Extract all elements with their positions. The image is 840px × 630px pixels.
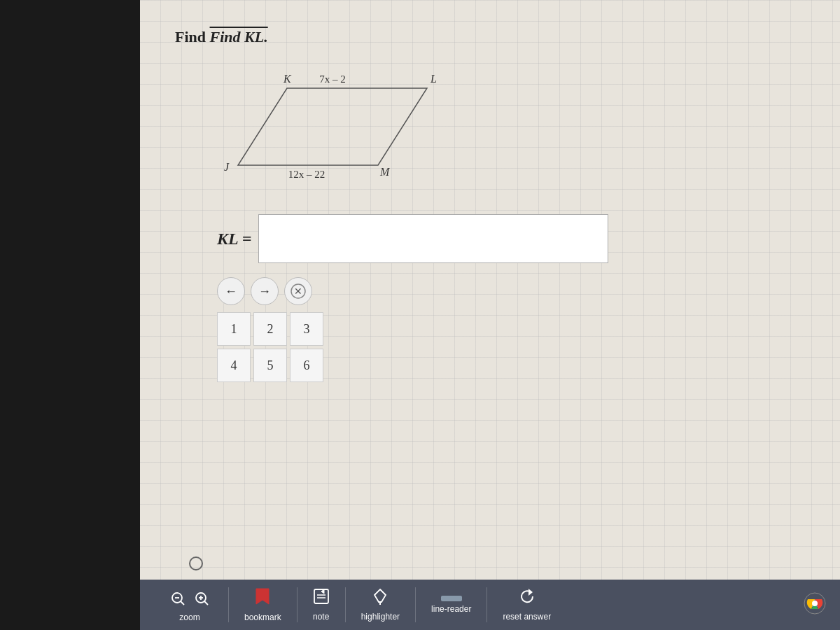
forward-button[interactable]: → <box>251 277 279 305</box>
note-tool[interactable]: note <box>300 588 342 622</box>
reset-answer-tool[interactable]: reset answer <box>490 588 564 622</box>
answer-section: KL = <box>217 214 805 263</box>
numpad-6[interactable]: 6 <box>290 349 323 382</box>
note-label: note <box>313 612 329 622</box>
parallelogram-diagram: K L J M 7x – 2 12x – 22 <box>217 67 455 193</box>
svg-text:✕: ✕ <box>294 286 302 297</box>
vertex-j-label: J <box>224 161 230 173</box>
note-icon <box>313 588 330 609</box>
bottom-circle-indicator <box>189 556 203 570</box>
bookmark-tool[interactable]: bookmark <box>232 587 294 622</box>
divider-5 <box>486 587 487 622</box>
answer-label: KL = <box>217 230 251 248</box>
delete-button[interactable]: ✕ <box>284 277 312 305</box>
divider-2 <box>297 587 298 622</box>
svg-marker-16 <box>528 589 533 596</box>
svg-marker-0 <box>238 88 427 165</box>
numpad-5[interactable]: 5 <box>253 349 287 382</box>
top-side-label: 7x – 2 <box>319 74 346 85</box>
bookmark-label: bookmark <box>244 612 281 622</box>
zoom-in-button[interactable] <box>190 587 213 610</box>
numpad-3[interactable]: 3 <box>290 312 323 346</box>
zoom-tool[interactable]: zoom <box>154 587 225 622</box>
highlighter-label: highlighter <box>361 612 400 622</box>
bottom-side-label: 12x – 22 <box>288 169 326 180</box>
line-reader-tool[interactable]: line-reader <box>419 596 484 614</box>
svg-line-9 <box>204 601 208 605</box>
svg-marker-10 <box>256 589 269 604</box>
zoom-label: zoom <box>179 612 200 622</box>
svg-point-19 <box>812 601 818 606</box>
nav-controls: ← → ✕ <box>217 277 805 305</box>
chrome-icon-area <box>804 592 826 617</box>
vertex-m-label: M <box>379 166 391 178</box>
divider-4 <box>415 587 416 622</box>
problem-instruction: Find Find KL. <box>175 28 805 46</box>
numpad-2[interactable]: 2 <box>253 312 287 346</box>
toolbar: zoom bookmark note <box>140 580 840 630</box>
main-content: Find Find KL. K L J M 7x – 2 12x – 22 <box>140 0 840 630</box>
svg-marker-14 <box>374 589 386 602</box>
bookmark-icon <box>255 587 270 610</box>
highlighter-tool[interactable]: highlighter <box>349 588 412 622</box>
line-reader-icon <box>441 596 462 601</box>
divider-1 <box>228 587 229 622</box>
chrome-icon <box>804 592 826 615</box>
answer-input[interactable] <box>258 214 608 263</box>
svg-line-5 <box>181 601 184 605</box>
line-reader-label: line-reader <box>431 604 471 614</box>
numpad-1[interactable]: 1 <box>217 312 251 346</box>
highlighter-icon <box>372 588 388 609</box>
reset-answer-label: reset answer <box>503 612 551 622</box>
reset-icon <box>519 588 536 609</box>
zoom-out-button[interactable] <box>167 587 189 610</box>
numpad-4[interactable]: 4 <box>217 349 251 382</box>
problem-area: Find Find KL. K L J M 7x – 2 12x – 22 <box>140 0 840 416</box>
numpad: 1 2 3 4 5 6 <box>217 312 805 382</box>
back-button[interactable]: ← <box>217 277 245 305</box>
vertex-l-label: L <box>430 73 437 85</box>
divider-3 <box>345 587 346 622</box>
vertex-k-label: K <box>283 73 292 85</box>
left-panel <box>0 0 140 630</box>
